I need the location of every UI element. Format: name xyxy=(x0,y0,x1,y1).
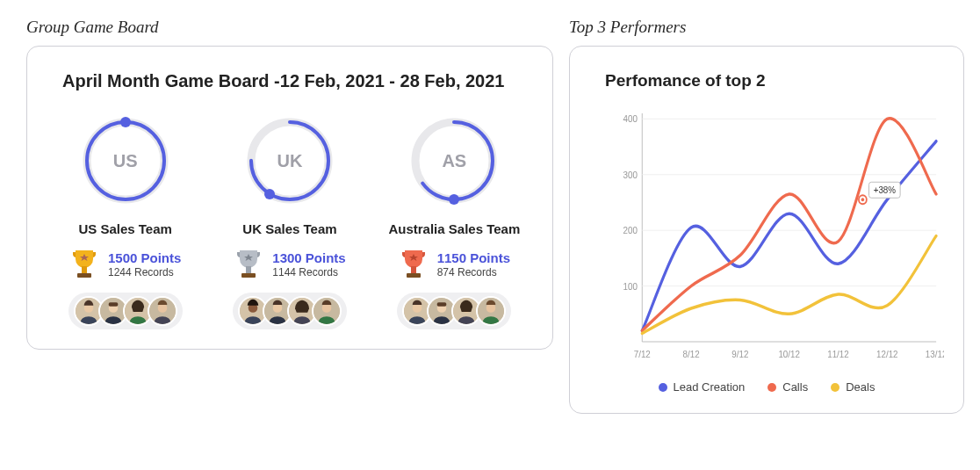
chart-legend: Lead Creation Calls Deals xyxy=(589,380,944,394)
avatar xyxy=(148,296,177,326)
progress-ring-us: US xyxy=(77,112,174,209)
legend-deals: Deals xyxy=(831,380,875,394)
team-records: 1144 Records xyxy=(272,266,345,278)
top-performers-label: Top 3 Performers xyxy=(569,18,964,37)
svg-text:300: 300 xyxy=(623,170,638,180)
team-name: Australia Sales Team xyxy=(388,221,520,236)
svg-rect-18 xyxy=(246,266,251,273)
chart-title: Perfomance of top 2 xyxy=(605,71,944,90)
team-members xyxy=(397,293,511,329)
trophy-icon xyxy=(399,249,429,280)
svg-text:200: 200 xyxy=(623,226,638,236)
team-name: UK Sales Team xyxy=(242,221,336,236)
avatar xyxy=(476,296,506,326)
svg-text:10/12: 10/12 xyxy=(778,349,800,359)
game-board-panel: April Month Game Board -12 Feb, 2021 - 2… xyxy=(26,46,553,350)
team-as: AS Australia Sales Team xyxy=(376,112,533,329)
team-us: US US Sales Team xyxy=(47,112,204,329)
svg-text:8/12: 8/12 xyxy=(683,349,700,359)
team-members xyxy=(233,293,347,329)
team-points: 1300 Points xyxy=(272,250,345,266)
performance-chart: 1002003004007/128/129/1210/1211/1212/121… xyxy=(589,105,944,368)
team-code: AS xyxy=(406,112,502,209)
team-uk: UK UK Sales Team xyxy=(211,112,368,329)
team-code: UK xyxy=(241,112,338,209)
team-points: 1500 Points xyxy=(108,250,181,266)
team-records: 1244 Records xyxy=(108,266,181,278)
team-code: US xyxy=(77,112,174,209)
progress-ring-uk: UK xyxy=(241,112,338,209)
legend-calls: Calls xyxy=(767,380,808,394)
svg-text:12/12: 12/12 xyxy=(876,349,898,359)
svg-text:7/12: 7/12 xyxy=(634,349,651,359)
svg-text:11/12: 11/12 xyxy=(827,349,849,359)
performance-panel: Perfomance of top 2 1002003004007/128/12… xyxy=(569,46,964,414)
team-records: 874 Records xyxy=(437,266,510,278)
svg-rect-32 xyxy=(411,266,416,273)
svg-rect-3 xyxy=(82,266,87,273)
progress-ring-as: AS xyxy=(406,112,502,209)
svg-text:100: 100 xyxy=(623,281,638,292)
avatar xyxy=(312,296,342,326)
svg-text:+38%: +38% xyxy=(874,185,896,196)
trophy-icon xyxy=(234,249,263,280)
svg-rect-4 xyxy=(77,273,91,278)
group-game-board-label: Group Game Board xyxy=(26,18,553,37)
svg-rect-33 xyxy=(407,273,421,278)
team-members xyxy=(68,293,183,329)
svg-text:9/12: 9/12 xyxy=(731,349,748,359)
team-name: US Sales Team xyxy=(78,221,171,236)
svg-text:400: 400 xyxy=(623,114,638,125)
svg-rect-19 xyxy=(241,273,256,278)
svg-text:13/12: 13/12 xyxy=(926,349,944,359)
game-board-title: April Month Game Board -12 Feb, 2021 - 2… xyxy=(47,71,533,91)
svg-rect-10 xyxy=(108,302,118,306)
svg-point-62 xyxy=(861,198,865,201)
trophy-icon xyxy=(69,249,99,280)
legend-lead-creation: Lead Creation xyxy=(659,380,746,394)
team-points: 1150 Points xyxy=(437,250,510,266)
svg-rect-39 xyxy=(437,302,447,306)
